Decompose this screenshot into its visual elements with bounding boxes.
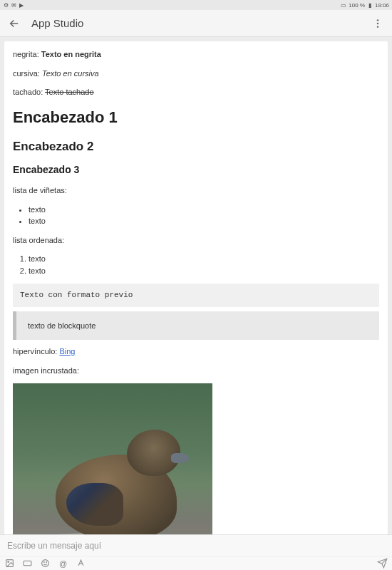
format-icon[interactable] <box>76 558 86 569</box>
compose-bar <box>0 534 392 556</box>
status-signal-icon: ▭ <box>341 2 346 8</box>
svg-point-7 <box>43 561 44 562</box>
emoji-icon[interactable] <box>40 558 51 569</box>
strike-label: tachado: <box>13 88 45 96</box>
gif-icon[interactable] <box>22 558 33 569</box>
ordered-list-label: lista ordenada: <box>13 234 379 247</box>
bold-label: negrita: <box>13 50 41 58</box>
heading-3: Encabezado 3 <box>13 162 379 177</box>
svg-point-1 <box>377 22 378 24</box>
message-list[interactable]: negrita: Texto en negrita cursiva: Texto… <box>0 37 392 534</box>
mention-icon[interactable]: @ <box>58 558 68 569</box>
svg-point-8 <box>46 561 47 562</box>
blockquote: texto de blockquote <box>13 311 379 341</box>
hyperlink-sample: hipervínculo: Bing <box>13 346 379 358</box>
svg-point-0 <box>377 19 378 21</box>
preformatted-block: Texto con formato previo <box>13 284 379 307</box>
list-item: texto <box>29 265 379 277</box>
svg-rect-5 <box>24 561 31 566</box>
status-battery-icon: ▮ <box>367 2 373 8</box>
ordered-list: texto texto <box>29 253 379 276</box>
bullet-list: texto texto <box>29 204 379 227</box>
strike-text: Texto tachado <box>45 88 94 96</box>
bold-text: Texto en negrita <box>41 50 101 58</box>
list-item: texto <box>29 215 379 227</box>
italic-sample: cursiva: Texto en cursiva <box>13 68 379 80</box>
bold-sample: negrita: Texto en negrita <box>13 48 379 61</box>
italic-text: Texto en cursiva <box>42 69 99 78</box>
list-item: texto <box>29 204 379 216</box>
list-item: texto <box>29 253 379 265</box>
italic-label: cursiva: <box>13 69 42 78</box>
status-play-icon: ▶ <box>19 2 24 8</box>
compose-toolbar: @ <box>0 556 392 570</box>
app-bar: App Studio <box>0 10 392 37</box>
embedded-image <box>13 383 212 534</box>
svg-point-6 <box>42 560 49 567</box>
back-icon[interactable] <box>7 16 21 31</box>
bullet-list-label: lista de viñetas: <box>13 185 379 197</box>
send-icon[interactable] <box>377 558 388 569</box>
status-time: 18:06 <box>375 2 389 9</box>
embedded-image-label: imagen incrustada: <box>13 365 379 377</box>
svg-point-4 <box>8 561 9 563</box>
heading-2: Encabezado 2 <box>13 138 379 156</box>
image-icon[interactable] <box>4 558 15 569</box>
compose-input[interactable] <box>7 541 385 551</box>
app-title: App Studio <box>31 17 371 29</box>
status-gear-icon: ⚙ <box>3 2 9 8</box>
heading-1: Encabezado 1 <box>13 105 379 129</box>
hyperlink[interactable]: Bing <box>59 347 75 356</box>
svg-point-2 <box>377 26 378 27</box>
link-label: hipervínculo: <box>13 347 59 356</box>
status-bar: ⚙ ✉ ▶ ▭ 100 % ▮ 18:06 <box>0 0 392 10</box>
more-vert-icon[interactable] <box>371 16 385 31</box>
message-card: negrita: Texto en negrita cursiva: Texto… <box>4 41 388 534</box>
status-battery-text: 100 % <box>349 2 365 9</box>
status-mail-icon: ✉ <box>11 2 16 8</box>
strike-sample: tachado: Texto tachado <box>13 86 379 98</box>
